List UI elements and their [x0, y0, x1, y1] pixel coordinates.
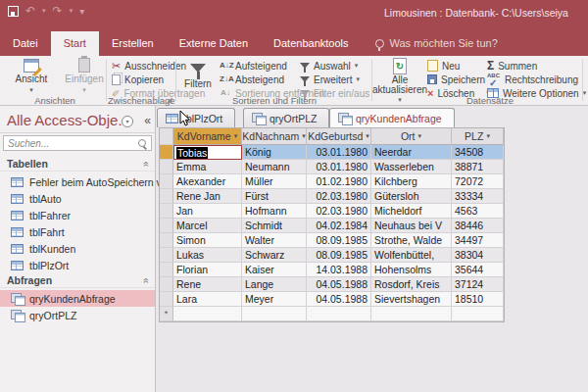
cell[interactable]: 38871	[452, 160, 504, 174]
sidebar-item-qryortplz[interactable]: qryOrtPLZ	[0, 307, 155, 323]
cell[interactable]: Neumann	[242, 160, 307, 174]
new-record-row[interactable]: *	[160, 307, 504, 321]
row-selector[interactable]	[160, 263, 173, 277]
redo-icon[interactable]: ↷	[53, 5, 63, 17]
sidebar-item-tblkunden[interactable]: tblKunden	[0, 240, 155, 257]
nav-pane-menu-icon[interactable]: ▾	[122, 116, 133, 127]
search-box[interactable]: Suchen...	[3, 135, 152, 151]
row-selector[interactable]	[160, 277, 173, 292]
select-all-cell[interactable]	[160, 128, 173, 145]
cell[interactable]: 03.01.1980	[307, 160, 371, 174]
sidebar-item-tblplzort[interactable]: tblPlzOrt	[0, 257, 155, 273]
cell[interactable]: Florian	[173, 263, 242, 277]
tab-datei[interactable]: Datei	[0, 31, 51, 56]
cell[interactable]	[242, 307, 307, 321]
cell[interactable]: Schmidt	[242, 219, 307, 233]
cell[interactable]: Tobias	[173, 145, 242, 160]
cell[interactable]: 38304	[452, 248, 504, 263]
cell[interactable]: 08.09.1985	[307, 248, 371, 263]
sort-ascending-button[interactable]: A↓ZAufsteigend	[220, 59, 287, 73]
doc-tab-qryortplz[interactable]: qryOrtPLZ	[243, 108, 329, 127]
cell[interactable]: 38446	[452, 219, 504, 233]
save-icon[interactable]	[8, 6, 19, 17]
cell[interactable]: Strothe, Walde	[371, 233, 452, 248]
cell[interactable]	[173, 307, 242, 321]
cell[interactable]: Schwarz	[242, 248, 307, 263]
spelling-button[interactable]: ABC✓Rechtschreibung	[487, 73, 578, 86]
dialog-launcher-icon[interactable]: ◢	[167, 96, 172, 104]
cell[interactable]: Kaiser	[242, 263, 307, 277]
row-selector[interactable]	[160, 233, 173, 248]
doc-tab-qrykundenabfrage[interactable]: qryKundenAbfrage	[329, 108, 455, 127]
cell[interactable]: Hofmann	[242, 204, 307, 219]
row-selector[interactable]	[160, 189, 173, 204]
undo-icon[interactable]: ↶	[25, 5, 35, 17]
sidebar-item-tblfahrer[interactable]: tblFahrer	[0, 207, 155, 223]
nav-group-tabellen[interactable]: Tabellen»	[0, 157, 155, 172]
cell[interactable]: 02.03.1980	[307, 204, 371, 219]
cell[interactable]: 34508	[452, 145, 504, 160]
nav-group-abfragen[interactable]: Abfragen»	[0, 273, 155, 288]
tab-start[interactable]: Start	[51, 31, 99, 56]
cell[interactable]: Emma	[173, 160, 242, 174]
row-selector[interactable]	[160, 219, 173, 233]
cell[interactable]	[307, 307, 371, 321]
sidebar-item-qrykundenabfrage[interactable]: qryKundenAbfrage	[0, 290, 155, 307]
cell[interactable]: Lara	[173, 292, 242, 307]
save-record-button[interactable]: Speichern	[427, 73, 485, 86]
cell[interactable]: Wolfenbüttel,	[371, 248, 452, 263]
filter-arrow-icon[interactable]: ▾	[418, 132, 422, 140]
cell[interactable]: 08.09.1985	[307, 233, 371, 248]
cell[interactable]: Meyer	[242, 292, 307, 307]
cell[interactable]: 18510	[452, 292, 504, 307]
filter-arrow-icon[interactable]: ▾	[366, 132, 369, 140]
cell[interactable]: Müller	[242, 174, 307, 189]
filter-arrow-icon[interactable]: ▾	[302, 132, 306, 140]
tab-externe-daten[interactable]: Externe Daten	[167, 31, 261, 56]
cell[interactable]: Neerdar	[371, 145, 452, 160]
cell[interactable]: 02.03.1980	[307, 189, 371, 204]
column-header-plz[interactable]: PLZ▾	[452, 128, 504, 145]
column-header-kdgeburtsd[interactable]: KdGeburtsd▾	[307, 128, 371, 145]
cell[interactable]: 03.01.1980	[307, 145, 371, 160]
cell[interactable]	[371, 307, 452, 321]
cell[interactable]: Marcel	[173, 219, 242, 233]
cell[interactable]: 72072	[452, 174, 504, 189]
tab-erstellen[interactable]: Erstellen	[99, 31, 167, 56]
row-selector[interactable]	[160, 160, 173, 174]
cell[interactable]: Walter	[242, 233, 307, 248]
cell[interactable]	[452, 307, 504, 321]
tab-datenbanktools[interactable]: Datenbanktools	[261, 31, 361, 56]
view-button[interactable]: Ansicht▾	[6, 58, 57, 95]
cell[interactable]: 04.05.1988	[307, 292, 371, 307]
filter-arrow-icon[interactable]: ▾	[486, 132, 490, 140]
cell[interactable]: 14.03.1988	[307, 263, 371, 277]
filter-button[interactable]: Filtern	[178, 58, 218, 95]
cell[interactable]: Micheldorf	[371, 204, 452, 219]
cell[interactable]: Jan	[173, 204, 242, 219]
copy-button[interactable]: Kopieren	[112, 73, 164, 86]
advanced-filter-button[interactable]: Erweitert▾	[300, 73, 360, 86]
totals-button[interactable]: ΣSummen	[487, 59, 537, 73]
doc-tab-tblplzort[interactable]: tblPlzOrt	[157, 108, 235, 127]
cell[interactable]: 01.02.1980	[307, 174, 371, 189]
filter-arrow-icon[interactable]: ▾	[234, 132, 238, 140]
cell[interactable]: Neuhaus bei V	[371, 219, 452, 233]
column-header-kdvorname[interactable]: KdVorname▾	[173, 128, 242, 145]
cell[interactable]: 33334	[452, 189, 504, 204]
cell[interactable]: Rene Jan	[173, 189, 242, 204]
sort-descending-button[interactable]: Z↓AAbsteigend	[220, 73, 284, 86]
cell[interactable]: Kilchberg	[371, 174, 452, 189]
refresh-all-button[interactable]: ↻ Alle aktualisieren▾	[376, 58, 423, 95]
sidebar-item-tblfahrt[interactable]: tblFahrt	[0, 223, 155, 240]
cell[interactable]: Gütersloh	[371, 189, 452, 204]
tellme-box[interactable]: Was möchten Sie tun?	[362, 31, 508, 56]
cell[interactable]: Lukas	[173, 248, 242, 263]
cell[interactable]: 37124	[452, 277, 504, 292]
cell[interactable]: 04.05.1988	[307, 277, 371, 292]
cell[interactable]: Wasserleben	[371, 160, 452, 174]
cell[interactable]: Simon	[173, 233, 242, 248]
cell[interactable]: Rene	[173, 277, 242, 292]
sidebar-item-fehler-beim-autospeichern-vo-[interactable]: Fehler beim AutoSpeichern vo...	[0, 173, 155, 190]
new-record-button[interactable]: Neu	[427, 59, 460, 73]
